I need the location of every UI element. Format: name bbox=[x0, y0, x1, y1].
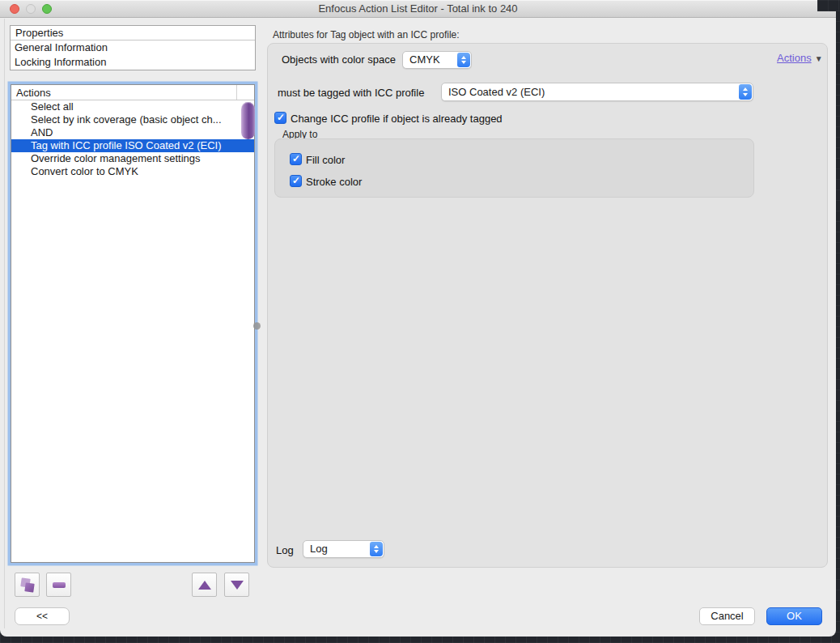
attributes-header: Attributes for Tag object with an ICC pr… bbox=[273, 29, 460, 40]
splitter-handle[interactable] bbox=[253, 322, 261, 330]
action-row-convert-cmyk[interactable]: Convert color to CMYK bbox=[11, 165, 254, 178]
move-up-button[interactable] bbox=[192, 573, 217, 597]
color-space-select[interactable]: CMYK bbox=[402, 51, 472, 69]
titlebar[interactable]: Enfocus Action List Editor - Total ink t… bbox=[0, 0, 836, 18]
stroke-color-checkbox[interactable] bbox=[290, 175, 302, 187]
icc-profile-value: ISO Coated v2 (ECI) bbox=[442, 83, 753, 100]
properties-list: Properties General Information Locking I… bbox=[10, 25, 256, 70]
change-profile-checkbox[interactable] bbox=[274, 112, 286, 124]
stepper-icon bbox=[370, 542, 383, 556]
cancel-button[interactable]: Cancel bbox=[699, 607, 755, 625]
actions-scrollbar-thumb[interactable] bbox=[241, 102, 255, 139]
stroke-color-label: Stroke color bbox=[306, 176, 362, 188]
action-row-select-by-ink[interactable]: Select by ink coverage (basic object ch.… bbox=[11, 113, 254, 126]
apply-to-groupbox bbox=[274, 138, 754, 198]
left-edge-divider bbox=[4, 19, 5, 628]
actions-menu-link[interactable]: Actions bbox=[777, 52, 812, 64]
actions-list: Actions Select all Select by ink coverag… bbox=[11, 84, 255, 563]
log-label: Log bbox=[276, 544, 294, 556]
action-row-and[interactable]: AND bbox=[11, 126, 254, 139]
icc-profile-select[interactable]: ISO Coated v2 (ECI) bbox=[441, 83, 753, 101]
actions-list-header: Actions bbox=[11, 85, 254, 100]
action-row-select-all[interactable]: Select all bbox=[11, 100, 254, 113]
window-title: Enfocus Action List Editor - Total ink t… bbox=[0, 2, 836, 15]
duplicate-action-button[interactable] bbox=[15, 573, 40, 597]
desktop-background-notch bbox=[817, 0, 840, 11]
collapse-panel-button[interactable]: << bbox=[15, 607, 70, 625]
minus-icon bbox=[53, 582, 66, 588]
action-list-editor-window: Enfocus Action List Editor - Total ink t… bbox=[0, 0, 836, 637]
remove-action-button[interactable] bbox=[46, 573, 71, 597]
menu-arrow-icon: ▼ bbox=[815, 54, 823, 63]
move-down-button[interactable] bbox=[224, 573, 249, 597]
change-profile-label: Change ICC profile if object is already … bbox=[291, 113, 503, 125]
arrow-down-icon bbox=[231, 581, 244, 590]
properties-item-general[interactable]: General Information bbox=[11, 40, 255, 55]
ok-button[interactable]: OK bbox=[766, 607, 822, 625]
log-select[interactable]: Log bbox=[303, 540, 384, 558]
icc-profile-label: must be tagged with ICC profile bbox=[278, 87, 424, 99]
fill-color-checkbox[interactable] bbox=[290, 153, 302, 165]
stepper-icon bbox=[739, 84, 752, 100]
action-row-override-cm[interactable]: Override color management settings bbox=[11, 152, 254, 165]
actions-header-label: Actions bbox=[16, 87, 51, 99]
fill-color-label: Fill color bbox=[306, 154, 345, 166]
actions-header-column-divider bbox=[236, 85, 237, 100]
arrow-up-icon bbox=[198, 581, 211, 590]
properties-item-locking[interactable]: Locking Information bbox=[11, 55, 255, 70]
action-row-tag-icc-selected[interactable]: Tag with ICC profile ISO Coated v2 (ECI) bbox=[11, 139, 254, 152]
actions-menu[interactable]: Actions▼ bbox=[777, 52, 823, 64]
properties-header: Properties bbox=[11, 26, 255, 40]
stepper-icon bbox=[457, 53, 470, 67]
color-space-label: Objects with color space bbox=[282, 53, 396, 66]
